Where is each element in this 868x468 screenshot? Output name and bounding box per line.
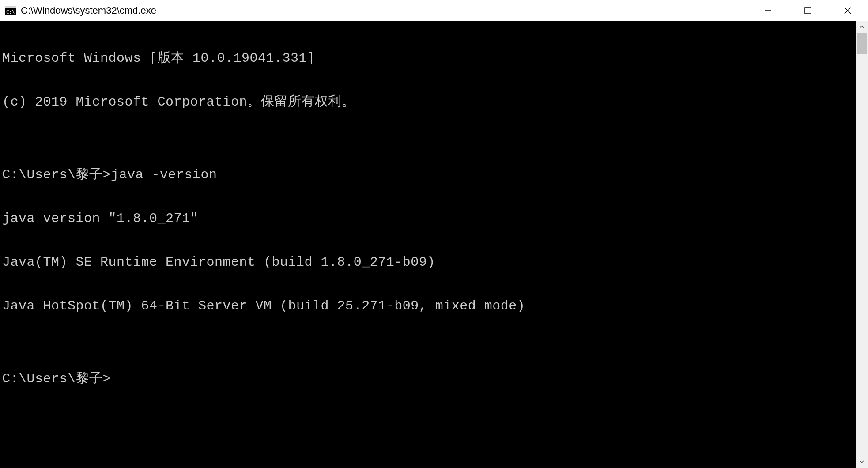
maximize-button[interactable] (788, 0, 828, 21)
scroll-up-arrow-icon[interactable] (856, 21, 868, 33)
terminal-line: C:\Users\黎子> (2, 372, 856, 386)
svg-text:C:\: C:\ (6, 9, 15, 15)
scroll-down-arrow-icon[interactable] (856, 456, 868, 468)
terminal-line: Java HotSpot(TM) 64-Bit Server VM (build… (2, 299, 856, 313)
svg-rect-4 (805, 8, 811, 14)
scrollbar-thumb[interactable] (857, 33, 867, 54)
svg-rect-1 (5, 6, 16, 8)
terminal-line: C:\Users\黎子>java -version (2, 168, 856, 182)
window-controls (748, 0, 868, 21)
command-prompt-window: C:\ C:\Windows\system32\cmd.exe Microsof… (0, 0, 868, 468)
terminal-output[interactable]: Microsoft Windows [版本 10.0.19041.331] (c… (0, 21, 856, 468)
close-button[interactable] (828, 0, 868, 21)
titlebar[interactable]: C:\ C:\Windows\system32\cmd.exe (0, 0, 868, 21)
terminal-line: Microsoft Windows [版本 10.0.19041.331] (2, 51, 856, 66)
terminal-line: Java(TM) SE Runtime Environment (build 1… (2, 255, 856, 270)
window-title: C:\Windows\system32\cmd.exe (21, 5, 156, 16)
client-area: Microsoft Windows [版本 10.0.19041.331] (c… (0, 21, 868, 468)
terminal-line: java version "1.8.0_271" (2, 211, 856, 226)
vertical-scrollbar[interactable] (856, 21, 868, 468)
scrollbar-track[interactable] (856, 33, 868, 456)
terminal-line: (c) 2019 Microsoft Corporation。保留所有权利。 (2, 95, 856, 109)
minimize-button[interactable] (748, 0, 788, 21)
cmd-icon: C:\ (5, 6, 16, 15)
